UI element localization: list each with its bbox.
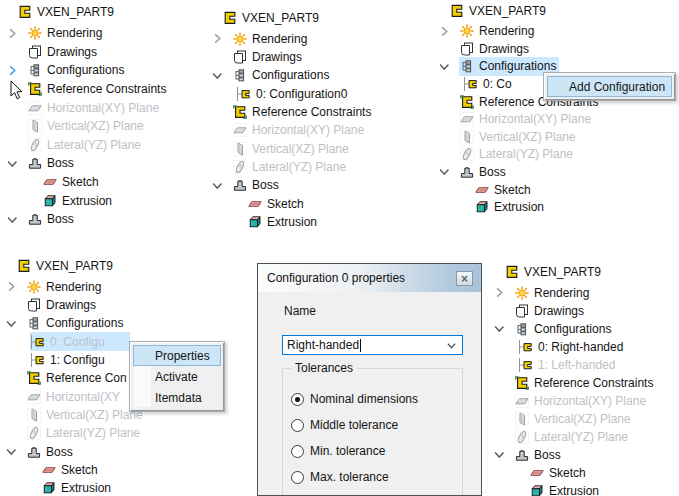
tree-row-1-left-handed[interactable]: 1: Left-handed xyxy=(492,355,618,374)
tree-row-extrusion[interactable]: Extrusion xyxy=(437,198,547,217)
tree-row-boss[interactable]: Boss xyxy=(437,162,509,181)
tree-row-vertical-xz-plane[interactable]: Vertical(XZ) Plane xyxy=(5,117,147,136)
name-combobox[interactable]: Right-handed xyxy=(282,335,463,355)
tree-row-lateral-yz-plane[interactable]: Lateral(YZ) Plane xyxy=(492,427,631,446)
tree-row-lateral-yz-plane[interactable]: Lateral(YZ) Plane xyxy=(5,135,144,154)
tree-row-vxen-part9[interactable]: VXEN_PART9 xyxy=(437,1,549,20)
menu-item-properties[interactable]: Properties xyxy=(133,345,221,366)
tree-row-lateral-yz-plane[interactable]: Lateral(YZ) Plane xyxy=(437,145,576,164)
tree-row-extrusion[interactable]: Extrusion xyxy=(5,191,115,210)
menu-item-itemdata[interactable]: Itemdata xyxy=(133,387,221,408)
tree-row-drawings[interactable]: Drawings xyxy=(437,39,532,58)
chevron-down-icon[interactable] xyxy=(437,165,451,178)
radio-max-tolerance[interactable]: Max. tolerance xyxy=(291,469,389,485)
tree-row-horizontal-xy-plane[interactable]: Horizontal(XY) Plane xyxy=(5,98,162,117)
tree-row-reference-constraints[interactable]: Reference Constraints xyxy=(210,103,374,122)
tree-row-reference-constraints[interactable]: Reference Constraints xyxy=(5,79,169,98)
chevron-down-icon[interactable] xyxy=(5,213,19,226)
chevron-down-icon[interactable] xyxy=(437,60,451,73)
tree-row-configurations[interactable]: Configurations xyxy=(5,61,127,80)
tree-row-0-configuration0[interactable]: 0: Configuration0 xyxy=(210,84,350,103)
radio-button-icon[interactable] xyxy=(291,445,304,458)
tree-row-1-configu[interactable]: 1: Configu xyxy=(4,351,108,370)
tree-item: Horizontal(XY) Plane xyxy=(514,391,649,410)
tree-row-boss[interactable]: Boss xyxy=(5,210,77,229)
tree-item-label: Drawings xyxy=(248,49,305,65)
tree-row-rendering[interactable]: Rendering xyxy=(4,277,104,296)
tree-row-rendering[interactable]: Rendering xyxy=(437,22,537,41)
chevron-down-icon[interactable] xyxy=(4,445,18,458)
tree-row-0-right-handed[interactable]: 0: Right-handed xyxy=(492,337,626,356)
chevron-right-icon[interactable] xyxy=(4,280,18,293)
tree-row-configurations[interactable]: Configurations xyxy=(492,319,614,338)
tree-row-vertical-xz-plane[interactable]: Vertical(XZ) Plane xyxy=(492,409,634,428)
tree-row-boss[interactable]: Boss xyxy=(210,176,282,195)
tree-row-extrusion[interactable]: Extrusion xyxy=(210,212,320,231)
tree-row-extrusion[interactable]: Extrusion xyxy=(492,481,602,496)
tree-item: Rendering xyxy=(514,283,592,302)
tree-row-drawings[interactable]: Drawings xyxy=(5,42,100,61)
tree-row-lateral-yz-plane[interactable]: Lateral(YZ) Plane xyxy=(4,424,143,443)
tree-item-label: Sketch xyxy=(263,196,307,212)
tree-row-sketch[interactable]: Sketch xyxy=(437,180,534,199)
tree-row-boss[interactable]: Boss xyxy=(5,154,77,173)
tree-item-label: Extrusion xyxy=(57,480,114,496)
chevron-down-icon[interactable] xyxy=(445,339,458,352)
chevron-down-icon[interactable] xyxy=(210,179,224,192)
chevron-right-icon[interactable] xyxy=(210,32,224,45)
tree-row-sketch[interactable]: Sketch xyxy=(4,460,101,479)
tree-row-vxen-part9[interactable]: VXEN_PART9 xyxy=(4,256,116,275)
radio-button-icon[interactable] xyxy=(291,393,304,406)
tree-item-label: Horizontal(XY xyxy=(42,389,123,405)
chevron-down-icon[interactable] xyxy=(492,448,506,461)
close-icon[interactable]: × xyxy=(456,271,473,286)
tree-row-boss[interactable]: Boss xyxy=(4,442,76,461)
tree-row-horizontal-xy-plane[interactable]: Horizontal(XY) Plane xyxy=(210,121,367,140)
chevron-down-icon[interactable] xyxy=(492,322,506,335)
tree-row-reference-constraints[interactable]: Reference Constraints xyxy=(492,373,656,392)
radio-nominal-dimensions[interactable]: Nominal dimensions xyxy=(291,391,418,407)
radio-middle-tolerance[interactable]: Middle tolerance xyxy=(291,417,398,433)
dialog-titlebar[interactable]: Configuration 0 properties xyxy=(258,264,481,292)
chevron-down-icon[interactable] xyxy=(5,157,19,170)
tree-row-rendering[interactable]: Rendering xyxy=(492,283,592,302)
tree-row-configurations[interactable]: Configurations xyxy=(210,66,332,85)
tree-row-drawings[interactable]: Drawings xyxy=(210,48,305,67)
tree-row-rendering[interactable]: Rendering xyxy=(5,24,105,43)
tree-row-sketch[interactable]: Sketch xyxy=(5,172,102,191)
tree-row-configurations[interactable]: Configurations xyxy=(4,314,126,333)
tree-row-boss[interactable]: Boss xyxy=(492,445,564,464)
tree-row-extrusion[interactable]: Extrusion xyxy=(4,479,114,496)
tree-row-reference-con[interactable]: Reference Con xyxy=(4,369,130,388)
tree-row-vertical-xz-plane[interactable]: Vertical(XZ) Plane xyxy=(210,139,352,158)
tree-row-rendering[interactable]: Rendering xyxy=(210,29,310,48)
tree-row-vertical-xz-plane[interactable]: Vertical(XZ) Plane xyxy=(437,127,579,146)
chevron-right-icon[interactable] xyxy=(492,286,506,299)
tree-row-lateral-yz-plane[interactable]: Lateral(YZ) Plane xyxy=(210,157,349,176)
menu-item-activate[interactable]: Activate xyxy=(133,366,221,387)
radio-button-icon[interactable] xyxy=(291,471,304,484)
tree-row-configurations[interactable]: Configurations xyxy=(437,57,559,76)
tree-row-vertical-xz-plane[interactable]: Vertical(XZ) Plane xyxy=(4,405,146,424)
tree-row-vxen-part9[interactable]: VXEN_PART9 xyxy=(210,8,322,27)
chevron-right-icon[interactable] xyxy=(437,25,451,38)
tree-row-sketch[interactable]: Sketch xyxy=(210,194,307,213)
menu-item-add-configuration[interactable]: Add Configuration xyxy=(547,76,672,97)
tree-row-0-co[interactable]: 0: Co xyxy=(437,74,515,93)
tree-row-drawings[interactable]: Drawings xyxy=(4,296,99,315)
radio-min-tolerance[interactable]: Min. tolerance xyxy=(291,443,385,459)
tree-row-sketch[interactable]: Sketch xyxy=(492,463,589,482)
tree-row-vxen-part9[interactable]: VXEN_PART9 xyxy=(492,262,604,281)
chevron-down-icon[interactable] xyxy=(4,317,18,330)
tree-row-0-configu[interactable]: 0: Configu xyxy=(4,332,130,351)
chevron-right-icon[interactable] xyxy=(5,27,19,40)
radio-button-icon[interactable] xyxy=(291,419,304,432)
tree-row-horizontal-xy-plane[interactable]: Horizontal(XY) Plane xyxy=(437,110,594,129)
tree-row-horizontal-xy-plane[interactable]: Horizontal(XY) Plane xyxy=(492,391,649,410)
tree-item-label: Rendering xyxy=(42,279,104,295)
chevron-right-icon[interactable] xyxy=(5,64,19,77)
tree-row-vxen-part9[interactable]: VXEN_PART9 xyxy=(5,2,117,21)
tree-row-drawings[interactable]: Drawings xyxy=(492,301,587,320)
chevron-down-icon[interactable] xyxy=(210,69,224,82)
tree-row-horizontal-xy[interactable]: Horizontal(XY xyxy=(4,387,123,406)
